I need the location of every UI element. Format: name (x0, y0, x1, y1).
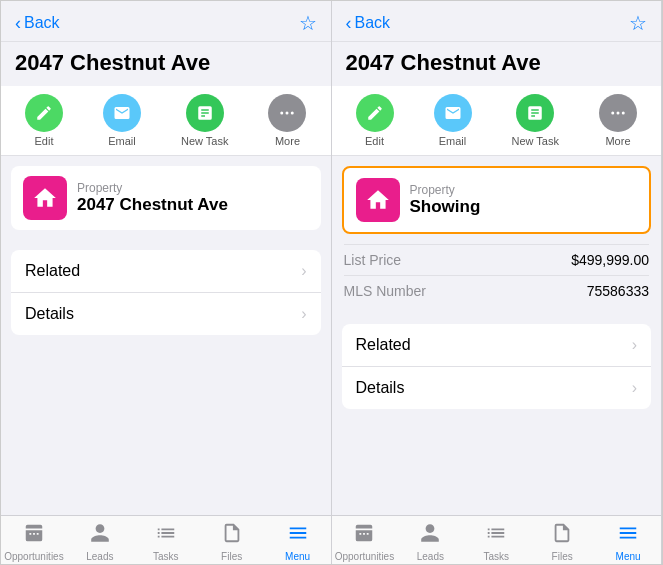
right-tasks-label: Tasks (483, 551, 509, 562)
right-star-button[interactable]: ☆ (629, 11, 647, 35)
right-related-row[interactable]: Related › (342, 324, 652, 367)
right-property-icon (356, 178, 400, 222)
right-opportunities-icon (353, 522, 375, 549)
left-related-row[interactable]: Related › (11, 250, 321, 293)
left-details-row[interactable]: Details › (11, 293, 321, 335)
right-newtask-label: New Task (512, 135, 559, 147)
left-email-label: Email (108, 135, 136, 147)
left-back-chevron-icon: ‹ (15, 14, 21, 32)
left-leads-label: Leads (86, 551, 113, 562)
right-details-row[interactable]: Details › (342, 367, 652, 409)
right-edit-icon (356, 94, 394, 132)
left-tab-menu[interactable]: Menu (265, 522, 331, 562)
left-tab-tasks[interactable]: Tasks (133, 522, 199, 562)
right-list-section: Related › Details › (342, 324, 652, 409)
left-email-icon (103, 94, 141, 132)
left-opportunities-label: Opportunities (4, 551, 63, 562)
right-detail-row-listprice: List Price $499,999.00 (344, 244, 650, 275)
left-files-icon (221, 522, 243, 549)
right-leads-icon (419, 522, 441, 549)
left-star-button[interactable]: ☆ (299, 11, 317, 35)
left-tab-opportunities[interactable]: Opportunities (1, 522, 67, 562)
left-tab-leads[interactable]: Leads (67, 522, 133, 562)
left-property-info: Property 2047 Chestnut Ave (77, 181, 228, 215)
right-property-info: Property Showing (410, 183, 481, 217)
left-tab-bar: Opportunities Leads Tasks Files Menu (1, 515, 331, 565)
right-property-card[interactable]: Property Showing (342, 166, 652, 234)
left-page-title-section: 2047 Chestnut Ave (1, 42, 331, 86)
right-tab-leads[interactable]: Leads (397, 522, 463, 562)
svg-point-1 (286, 112, 289, 115)
right-more-button[interactable]: More (599, 94, 637, 147)
svg-point-5 (622, 112, 625, 115)
right-email-button[interactable]: Email (434, 94, 472, 147)
right-back-chevron-icon: ‹ (346, 14, 352, 32)
right-tab-tasks[interactable]: Tasks (463, 522, 529, 562)
right-edit-label: Edit (365, 135, 384, 147)
right-tab-bar: Opportunities Leads Tasks Files Menu (332, 515, 662, 565)
right-star-icon: ☆ (629, 12, 647, 34)
right-mls-value: 75586333 (587, 283, 649, 299)
right-files-icon (551, 522, 573, 549)
left-back-button[interactable]: ‹ Back (15, 14, 60, 32)
right-back-button[interactable]: ‹ Back (346, 14, 391, 32)
svg-point-2 (291, 112, 294, 115)
left-tasks-icon (155, 522, 177, 549)
right-detail-row-mls: MLS Number 75586333 (344, 275, 650, 306)
left-menu-label: Menu (285, 551, 310, 562)
left-newtask-button[interactable]: New Task (181, 94, 228, 147)
right-header: ‹ Back ☆ (332, 1, 662, 42)
left-spacer (1, 335, 331, 515)
right-listprice-label: List Price (344, 252, 402, 268)
left-more-icon (268, 94, 306, 132)
left-tasks-label: Tasks (153, 551, 179, 562)
right-panel: ‹ Back ☆ 2047 Chestnut Ave Edit Email (332, 1, 663, 565)
svg-point-0 (281, 112, 284, 115)
right-opportunities-label: Opportunities (335, 551, 394, 562)
left-action-bar: Edit Email New Task More (1, 86, 331, 156)
right-newtask-icon (516, 94, 554, 132)
right-tasks-icon (485, 522, 507, 549)
left-edit-button[interactable]: Edit (25, 94, 63, 147)
left-files-label: Files (221, 551, 242, 562)
right-tab-files[interactable]: Files (529, 522, 595, 562)
right-tab-menu[interactable]: Menu (595, 522, 661, 562)
left-back-label: Back (24, 14, 60, 32)
left-related-label: Related (25, 262, 80, 280)
left-email-button[interactable]: Email (103, 94, 141, 147)
right-leads-label: Leads (417, 551, 444, 562)
left-more-label: More (275, 135, 300, 147)
right-edit-button[interactable]: Edit (356, 94, 394, 147)
left-newtask-label: New Task (181, 135, 228, 147)
right-more-icon (599, 94, 637, 132)
right-details-chevron-icon: › (632, 379, 637, 397)
right-menu-icon (617, 522, 639, 549)
left-page-title: 2047 Chestnut Ave (15, 50, 317, 76)
right-newtask-button[interactable]: New Task (512, 94, 559, 147)
right-tab-opportunities[interactable]: Opportunities (332, 522, 398, 562)
left-header: ‹ Back ☆ (1, 1, 331, 42)
left-opportunities-icon (23, 522, 45, 549)
left-leads-icon (89, 522, 111, 549)
left-property-card[interactable]: Property 2047 Chestnut Ave (11, 166, 321, 230)
right-property-name: Showing (410, 197, 481, 217)
left-edit-label: Edit (35, 135, 54, 147)
right-action-bar: Edit Email New Task More (332, 86, 662, 156)
right-details-label: Details (356, 379, 405, 397)
right-property-type: Property (410, 183, 481, 197)
svg-point-3 (611, 112, 614, 115)
left-menu-icon (287, 522, 309, 549)
right-email-icon (434, 94, 472, 132)
right-back-label: Back (355, 14, 391, 32)
right-listprice-value: $499,999.00 (571, 252, 649, 268)
left-star-icon: ☆ (299, 12, 317, 34)
left-details-label: Details (25, 305, 74, 323)
right-files-label: Files (552, 551, 573, 562)
left-panel: ‹ Back ☆ 2047 Chestnut Ave Edit Email (1, 1, 332, 565)
right-more-label: More (605, 135, 630, 147)
left-tab-files[interactable]: Files (199, 522, 265, 562)
left-more-button[interactable]: More (268, 94, 306, 147)
left-newtask-icon (186, 94, 224, 132)
right-email-label: Email (439, 135, 467, 147)
right-related-chevron-icon: › (632, 336, 637, 354)
